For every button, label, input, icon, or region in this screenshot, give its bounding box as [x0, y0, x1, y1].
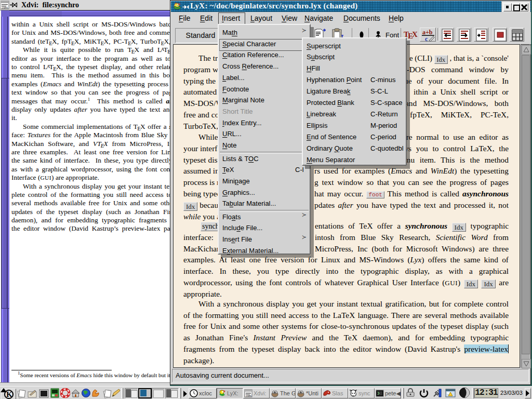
svg-text:c: c [425, 35, 428, 42]
svg-text:a+b: a+b [422, 29, 433, 36]
svg-text:1986: 1986 [246, 394, 251, 397]
svg-text:1986: 1986 [2, 6, 8, 9]
svg-text:K: K [6, 390, 12, 398]
